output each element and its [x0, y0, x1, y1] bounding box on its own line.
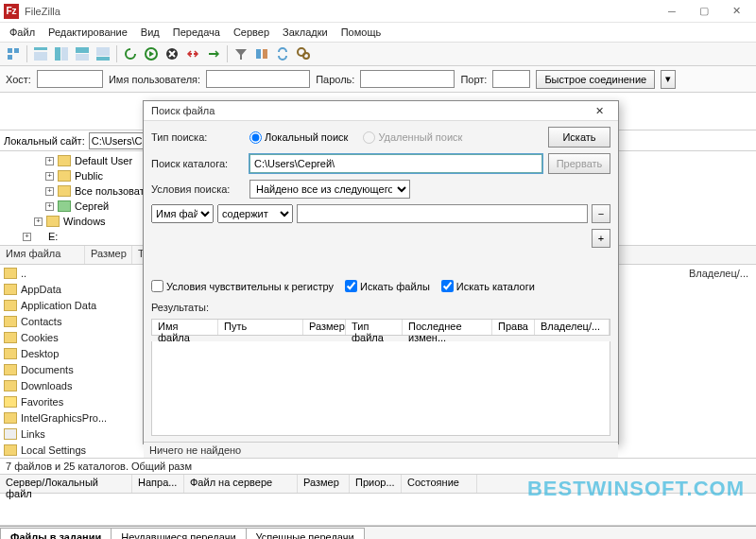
compare-icon[interactable] — [252, 44, 271, 63]
list-item[interactable]: AppData — [21, 284, 61, 295]
user-input[interactable] — [206, 70, 310, 88]
maximize-button[interactable]: ▢ — [688, 1, 720, 22]
remote-col-owner[interactable]: Владелец/... — [689, 268, 748, 279]
list-item[interactable]: Documents — [21, 364, 74, 375]
favorites-icon — [4, 396, 17, 408]
toggle-tree-icon[interactable] — [52, 44, 71, 63]
tree-expand-icon[interactable]: + — [45, 172, 54, 181]
results-label: Результаты: — [151, 302, 610, 313]
tab-queued[interactable]: Файлы в задании — [0, 528, 112, 539]
tree-expand-icon[interactable]: + — [23, 233, 31, 241]
criteria-field-select[interactable]: Имя файла — [151, 204, 214, 223]
chk-case-sensitive[interactable]: Условия чувствительны к регистру — [151, 280, 334, 292]
toggle-log-icon[interactable] — [31, 44, 50, 63]
user-label: Имя пользователя: — [109, 74, 200, 85]
radio-remote-search[interactable]: Удаленный поиск — [363, 131, 462, 144]
tree-expand-icon[interactable]: + — [45, 202, 54, 211]
list-item[interactable]: Links — [21, 428, 45, 440]
add-criteria-button[interactable]: + — [592, 229, 610, 248]
search-dir-input[interactable] — [249, 154, 542, 173]
tree-item[interactable]: E: — [48, 231, 58, 242]
list-item[interactable]: Cookies — [21, 332, 59, 343]
disconnect-icon[interactable] — [183, 44, 202, 63]
tree-expand-icon[interactable]: + — [45, 187, 54, 196]
tree-expand-icon[interactable]: + — [34, 217, 43, 226]
dialog-close-button[interactable]: ✕ — [588, 101, 610, 120]
quickconnect-dropdown[interactable]: ▾ — [661, 70, 676, 89]
list-item[interactable]: .. — [21, 268, 26, 279]
rcol-owner[interactable]: Владелец/... — [535, 320, 610, 335]
refresh-icon[interactable] — [121, 44, 140, 63]
list-item[interactable]: Desktop — [21, 348, 59, 359]
sitemanager-icon[interactable] — [4, 44, 23, 63]
filter-icon[interactable] — [232, 44, 250, 63]
process-queue-icon[interactable] — [142, 44, 161, 63]
host-input[interactable] — [37, 70, 103, 88]
search-icon[interactable] — [294, 44, 313, 63]
tree-item[interactable]: Public — [75, 170, 103, 182]
remove-criteria-button[interactable]: − — [592, 204, 610, 223]
criteria-op-select[interactable]: содержит — [217, 204, 293, 223]
minimize-button[interactable]: ─ — [656, 1, 688, 22]
menu-file[interactable]: Файл — [4, 25, 41, 40]
tree-item[interactable]: Сергей — [75, 200, 109, 212]
close-button[interactable]: ✕ — [720, 1, 752, 22]
col-size[interactable]: Размер — [85, 246, 132, 264]
folder-icon — [58, 185, 71, 197]
dialog-titlebar[interactable]: Поиск файла ✕ — [144, 101, 618, 121]
radio-local-search[interactable]: Локальный поиск — [249, 131, 348, 144]
toggle-queue-icon[interactable] — [94, 44, 112, 63]
reconnect-icon[interactable] — [204, 44, 223, 63]
tree-expand-icon[interactable]: + — [45, 157, 54, 165]
col-name[interactable]: Имя файла — [0, 246, 85, 264]
qcol-size[interactable]: Размер — [298, 475, 350, 493]
tab-success[interactable]: Успешные передачи — [246, 528, 365, 539]
menu-transfer[interactable]: Передача — [167, 25, 226, 40]
list-item[interactable]: Downloads — [21, 380, 72, 391]
qcol-remote[interactable]: Файл на сервере — [184, 475, 298, 493]
tab-failed[interactable]: Неудавшиеся передачи — [111, 528, 246, 539]
list-item[interactable]: Local Settings — [21, 444, 86, 456]
port-input[interactable] — [492, 70, 530, 88]
qcol-prio[interactable]: Приор... — [350, 475, 402, 493]
results-status: Ничего не найдено — [144, 442, 618, 458]
folder-icon — [4, 332, 17, 343]
pass-input[interactable] — [360, 70, 455, 88]
cancel-icon[interactable] — [163, 44, 181, 63]
rcol-type[interactable]: Тип файла — [346, 320, 403, 335]
search-button[interactable]: Искать — [548, 127, 610, 148]
criteria-value-input[interactable] — [297, 204, 588, 223]
search-cond-select[interactable]: Найдено все из следующего — [249, 180, 410, 199]
folder-icon — [4, 268, 17, 279]
toggle-remote-tree-icon[interactable] — [73, 44, 92, 63]
quickconnect-button[interactable]: Быстрое соединение — [536, 70, 655, 89]
qcol-status[interactable]: Состояние — [402, 475, 477, 493]
tree-item[interactable]: Default User — [75, 155, 132, 166]
list-item[interactable]: IntelGraphicsPro... — [21, 412, 107, 424]
menu-edit[interactable]: Редактирование — [43, 25, 133, 40]
qcol-server[interactable]: Сервер/Локальный файл — [0, 475, 132, 493]
chk-search-dirs[interactable]: Искать каталоги — [441, 280, 535, 292]
app-icon: Fz — [4, 4, 19, 19]
rcol-name[interactable]: Имя файла — [152, 320, 218, 335]
rcol-size[interactable]: Размер — [303, 320, 346, 335]
rcol-modified[interactable]: Последнее измен... — [403, 320, 492, 335]
results-list[interactable] — [151, 341, 610, 436]
list-item[interactable]: Application Data — [21, 300, 96, 311]
menu-help[interactable]: Помощь — [335, 25, 387, 40]
qcol-dir[interactable]: Напра... — [132, 475, 184, 493]
svg-rect-0 — [8, 48, 12, 53]
svg-rect-6 — [61, 47, 68, 61]
list-item[interactable]: Favorites — [21, 396, 63, 408]
rcol-path[interactable]: Путь — [218, 320, 303, 335]
svg-marker-12 — [149, 51, 154, 57]
rcol-perms[interactable]: Права — [492, 320, 535, 335]
svg-rect-3 — [34, 47, 47, 50]
menu-bookmarks[interactable]: Закладки — [277, 25, 334, 40]
menu-server[interactable]: Сервер — [228, 25, 275, 40]
list-item[interactable]: Contacts — [21, 316, 61, 327]
tree-item[interactable]: Windows — [63, 216, 106, 227]
chk-search-files[interactable]: Искать файлы — [345, 280, 430, 292]
menu-view[interactable]: Вид — [135, 25, 165, 40]
sync-browse-icon[interactable] — [273, 44, 292, 63]
